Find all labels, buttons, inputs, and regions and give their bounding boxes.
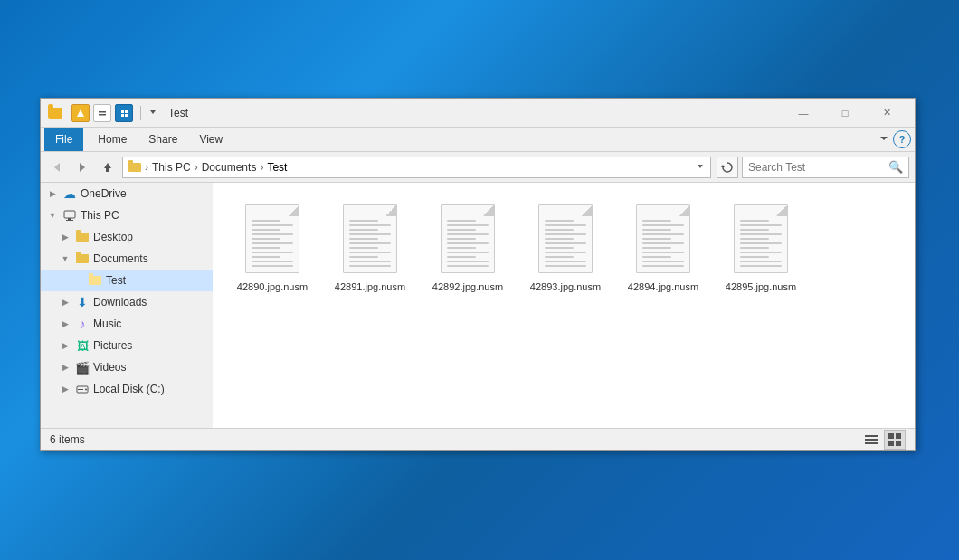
refresh-button[interactable]	[717, 157, 738, 178]
breadcrumb-this-pc[interactable]: This PC	[152, 161, 191, 174]
svg-rect-21	[865, 435, 878, 437]
sidebar-label-downloads: Downloads	[93, 296, 147, 308]
sidebar-item-test[interactable]: Test	[41, 270, 213, 291]
expand-icon-videos[interactable]: ▶	[59, 361, 71, 374]
breadcrumb-documents[interactable]: Documents	[202, 161, 257, 174]
sidebar-item-downloads[interactable]: ▶ ⬇ Downloads	[41, 291, 213, 313]
file-line	[349, 261, 391, 262]
file-line	[740, 265, 782, 267]
file-item[interactable]: 42890.jpg.nusm	[227, 197, 318, 300]
details-view-button[interactable]	[860, 430, 882, 450]
file-line	[252, 261, 293, 262]
svg-rect-24	[888, 433, 894, 439]
pc-icon	[62, 208, 77, 223]
file-line	[545, 247, 574, 249]
svg-rect-22	[865, 439, 878, 441]
file-line	[642, 256, 671, 258]
address-bar[interactable]: › This PC › Documents › Test	[122, 157, 711, 178]
expand-icon-music[interactable]: ▶	[59, 318, 71, 330]
expand-icon-this-pc[interactable]: ▼	[46, 209, 59, 222]
file-page-lines	[344, 205, 396, 271]
sidebar-item-pictures[interactable]: ▶ 🖼 Pictures	[41, 335, 213, 356]
downloads-icon: ⬇	[75, 295, 90, 309]
svg-rect-27	[896, 441, 901, 446]
expand-icon-downloads[interactable]: ▶	[59, 296, 71, 308]
quick-access-toolbar	[48, 104, 157, 122]
file-line	[252, 242, 293, 244]
expand-icon-documents[interactable]: ▼	[59, 252, 71, 265]
file-line	[642, 265, 684, 267]
large-icons-view-button[interactable]	[884, 430, 906, 450]
maximize-button[interactable]: □	[824, 99, 866, 128]
file-line	[349, 238, 378, 240]
sidebar-item-documents[interactable]: ▼ Documents	[41, 248, 213, 270]
minimize-button[interactable]: —	[783, 99, 824, 128]
pictures-icon: 🖼	[75, 338, 90, 353]
close-button[interactable]: ✕	[866, 99, 907, 128]
qs-btn-1[interactable]	[71, 104, 90, 122]
search-input[interactable]	[748, 161, 888, 174]
qs-btn-3[interactable]	[115, 104, 133, 122]
svg-marker-0	[77, 109, 84, 117]
up-button[interactable]	[97, 157, 119, 178]
file-item[interactable]: 42894.jpg.nusm	[618, 197, 708, 300]
file-line	[545, 233, 586, 235]
file-line	[447, 229, 476, 231]
tab-view[interactable]: View	[188, 128, 233, 151]
file-line	[447, 265, 489, 267]
svg-rect-16	[68, 218, 71, 220]
sidebar-item-music[interactable]: ▶ ♪ Music	[41, 313, 213, 335]
titlebar-folder-icon	[48, 106, 62, 120]
titlebar: Test — □ ✕	[41, 99, 915, 128]
svg-rect-6	[125, 114, 128, 117]
file-line	[740, 252, 782, 253]
file-page-lines	[246, 205, 299, 271]
sidebar-item-local-disk[interactable]: ▶ Local Disk (C:)	[41, 378, 213, 400]
file-line	[740, 238, 769, 240]
search-icon[interactable]: 🔍	[888, 160, 903, 174]
forward-button[interactable]	[71, 157, 93, 178]
tab-home[interactable]: Home	[87, 128, 138, 151]
back-button[interactable]	[46, 157, 68, 178]
sidebar-label-test: Test	[106, 274, 126, 287]
file-item[interactable]: 42892.jpg.nusm	[423, 197, 513, 300]
tab-file[interactable]: File	[44, 128, 83, 151]
file-line	[642, 238, 671, 240]
expand-icon-local-disk[interactable]: ▶	[59, 383, 71, 395]
view-icons	[860, 430, 906, 450]
breadcrumb-test[interactable]: Test	[267, 161, 287, 174]
tab-share[interactable]: Share	[138, 128, 188, 151]
address-folder-icon	[128, 163, 141, 172]
sidebar-item-videos[interactable]: ▶ 🎬 Videos	[41, 356, 213, 378]
file-line	[740, 229, 769, 231]
sidebar-label-videos: Videos	[93, 361, 126, 374]
file-line	[642, 229, 671, 231]
ribbon-expand-icon[interactable]	[875, 129, 893, 150]
file-line	[252, 256, 280, 258]
sidebar-item-onedrive[interactable]: ▶ ☁ OneDrive	[41, 183, 213, 204]
sidebar-item-desktop[interactable]: ▶ Desktop	[41, 226, 213, 248]
file-item[interactable]: 42895.jpg.nusm	[716, 197, 806, 300]
svg-rect-2	[99, 114, 106, 116]
search-bar[interactable]: 🔍	[742, 157, 909, 178]
expand-icon-onedrive[interactable]: ▶	[46, 187, 59, 200]
folder-documents-icon	[75, 252, 90, 266]
file-icon	[242, 204, 303, 277]
expand-icon-pictures[interactable]: ▶	[59, 339, 71, 352]
sidebar-item-this-pc[interactable]: ▼ This PC	[41, 204, 213, 226]
help-button[interactable]: ?	[893, 130, 911, 148]
qs-btn-2[interactable]	[93, 104, 111, 122]
file-line	[740, 224, 782, 226]
file-icon	[535, 204, 596, 277]
expand-icon-desktop[interactable]: ▶	[59, 231, 71, 243]
file-item[interactable]: 42893.jpg.nusm	[520, 197, 611, 300]
window-controls: — □ ✕	[783, 99, 907, 128]
address-dropdown-icon[interactable]	[696, 160, 705, 175]
svg-marker-11	[104, 163, 111, 168]
file-line	[545, 238, 574, 240]
file-page-lines	[735, 205, 787, 271]
file-item[interactable]: 42891.jpg.nusm	[325, 197, 415, 300]
file-line	[642, 224, 684, 226]
file-line	[447, 220, 476, 222]
sidebar-label-this-pc: This PC	[81, 209, 119, 222]
